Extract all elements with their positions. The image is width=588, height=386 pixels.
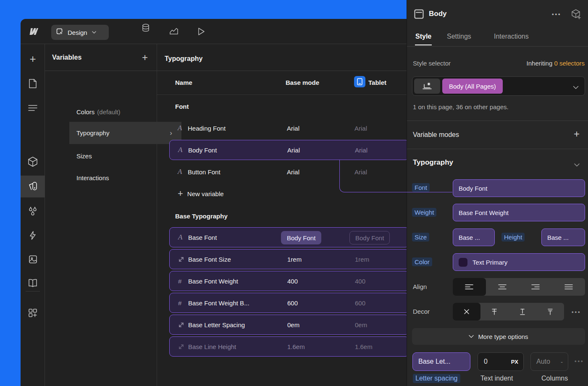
style-selector-input[interactable]: Body (All Pages) (412, 76, 585, 96)
selector-state-icon-button[interactable] (414, 79, 440, 94)
variable-chip[interactable]: Body Font (281, 231, 321, 244)
overline-button[interactable] (536, 303, 564, 320)
table-panel-title: Typography (165, 55, 202, 63)
variable-chip-tablet[interactable]: Body Font (349, 231, 390, 244)
table-row[interactable]: Base Letter Spacing 0em 0em (169, 315, 409, 335)
table-row[interactable]: Base Font Weight 400 400 (169, 271, 409, 291)
weight-value-field[interactable]: Base Font Weight (453, 204, 585, 221)
add-variable-collection-button[interactable]: + (142, 52, 148, 63)
column-header-tablet[interactable]: Tablet (368, 79, 386, 86)
color-property-label: Color (412, 257, 432, 266)
styles-icon[interactable] (28, 206, 38, 216)
tab-interactions[interactable]: Interactions (494, 33, 529, 40)
add-element-icon[interactable]: + (28, 54, 38, 64)
table-row[interactable]: Base Line Height 1.6em 1.6em (169, 336, 409, 357)
columns-field[interactable]: Auto - (530, 352, 568, 371)
select-cursor-icon (56, 28, 64, 37)
docs-icon[interactable] (28, 278, 38, 288)
create-component-icon[interactable] (571, 8, 582, 21)
height-property-label: Height (501, 233, 525, 242)
assets-icon[interactable] (28, 254, 38, 264)
height-value-field[interactable]: Base ... (541, 228, 585, 246)
table-row[interactable]: Base Font Body Font Body Font (169, 227, 409, 247)
table-row[interactable]: Base Font Weight B... 600 600 (169, 293, 409, 313)
add-variable-mode-button[interactable]: + (574, 128, 580, 140)
selector-chip[interactable]: Body (All Pages) (442, 79, 503, 94)
tab-settings[interactable]: Settings (447, 33, 471, 40)
decor-property-label: Decor (413, 308, 430, 315)
section-label-font: Font (175, 103, 189, 110)
align-left-button[interactable] (453, 278, 486, 296)
more-decor-options-icon[interactable]: ••• (572, 309, 581, 315)
color-value-field[interactable]: Text Primary (453, 253, 585, 271)
unit-toggle[interactable]: PX (511, 359, 518, 365)
components-icon[interactable] (28, 157, 38, 167)
variables-sidebar: Variables + Colors (default) Typography … (45, 44, 157, 386)
variable-modes-label: Variable modes (413, 131, 459, 139)
text-indent-field[interactable]: 0 PX (478, 352, 524, 371)
design-label: Design (68, 29, 87, 36)
size-variable-icon (178, 249, 184, 269)
style-inspector-panel: Body ••• Style Settings Interactions Sty… (407, 0, 588, 386)
selected-element-label: Body (429, 10, 447, 18)
collapse-section-chevron-icon[interactable] (574, 161, 580, 168)
new-variable-button[interactable]: + New variable (178, 187, 224, 200)
letter-spacing-field[interactable]: Base Let... (412, 352, 470, 371)
text-decoration-control (453, 303, 564, 320)
size-variable-icon (178, 337, 184, 356)
font-variable-icon (178, 228, 182, 247)
size-property-label: Size (412, 233, 429, 242)
variables-icon[interactable] (28, 181, 38, 192)
webflow-logo[interactable] (29, 27, 39, 38)
table-row[interactable]: Heading Font Arial Arial (169, 118, 409, 138)
align-center-button[interactable] (486, 278, 519, 296)
element-options-icon[interactable]: ••• (552, 11, 562, 17)
style-selector-label: Style selector (413, 60, 451, 67)
columns-label: Columns (541, 375, 568, 382)
navigator-icon[interactable] (28, 103, 38, 113)
active-tab-underline (415, 45, 432, 45)
table-row[interactable]: Button Font Arial Arial (169, 162, 409, 182)
decoration-none-button[interactable] (453, 303, 480, 320)
typography-section-title[interactable]: Typography (413, 158, 453, 167)
number-variable-icon (178, 293, 181, 312)
font-variable-icon (178, 162, 182, 182)
chevron-down-icon[interactable] (573, 84, 579, 91)
pages-icon[interactable] (28, 79, 38, 89)
left-icon-rail: + (21, 44, 45, 386)
preview-icon[interactable] (197, 27, 205, 38)
size-value-field[interactable]: Base ... (453, 228, 495, 246)
font-value-field[interactable]: Body Font (453, 179, 585, 197)
tablet-badge-icon (354, 76, 365, 87)
color-swatch (459, 258, 467, 267)
column-header-base-mode: Base mode (286, 79, 319, 86)
strikethrough-button[interactable] (480, 303, 508, 320)
font-property-label: Font (412, 183, 430, 192)
align-justify-button[interactable] (552, 278, 585, 296)
analytics-icon[interactable] (169, 27, 178, 38)
interactions-icon[interactable] (28, 231, 38, 241)
table-row[interactable]: Base Font Size 1rem 1rem (169, 249, 409, 269)
table-row-selected[interactable]: Body Font Arial Arial (169, 140, 409, 160)
more-columns-options-icon[interactable]: ••• (575, 358, 584, 364)
tab-style[interactable]: Style (415, 33, 431, 40)
variables-panel-title: Variables (52, 54, 81, 61)
design-mode-dropdown[interactable]: Design (51, 25, 109, 40)
more-type-options-button[interactable]: More type options (412, 328, 585, 345)
text-align-control (453, 278, 585, 296)
inheriting-count[interactable]: 0 selectors (554, 60, 585, 67)
selector-usage-note: 1 on this page, 36 on other pages. (413, 103, 509, 110)
align-property-label: Align (413, 283, 427, 290)
plus-icon: + (178, 188, 183, 199)
cms-icon[interactable] (141, 23, 150, 34)
unit-toggle[interactable]: - (561, 358, 563, 365)
letter-spacing-label: Letter spacing (413, 374, 460, 383)
align-right-button[interactable] (519, 278, 552, 296)
underline-button[interactable] (509, 303, 536, 320)
column-header-name: Name (175, 79, 192, 86)
inheriting-label: Inheriting (527, 60, 553, 67)
body-element-icon (414, 9, 424, 21)
weight-property-label: Weight (412, 208, 436, 217)
size-variable-icon (178, 315, 184, 334)
apps-icon[interactable] (28, 308, 38, 318)
